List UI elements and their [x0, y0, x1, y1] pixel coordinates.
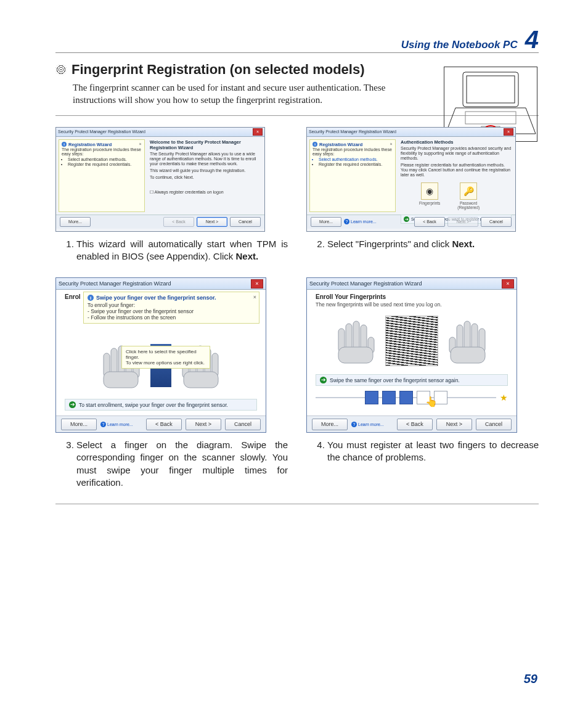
svg-rect-0	[463, 72, 518, 107]
svg-rect-23	[338, 347, 373, 363]
swipe-tooltip: × iSwipe your finger over the fingerprin…	[83, 292, 259, 324]
wizard-step2-screenshot: Security Protect Manager Registration Wi…	[306, 127, 516, 232]
tooltip-close-icon[interactable]: ×	[253, 294, 256, 300]
method-password[interactable]: 🔑 Password(Registered)	[457, 182, 480, 210]
close-icon[interactable]: ×	[253, 128, 263, 136]
help-icon: ?	[344, 219, 349, 224]
more-button[interactable]: More...	[61, 419, 97, 430]
close-icon[interactable]: ×	[502, 279, 514, 288]
tooltip-close-icon[interactable]: ×	[389, 142, 393, 146]
window-title: Security Protect Manager Registration Wi…	[59, 280, 171, 287]
method-fingerprints[interactable]: ◉ Fingerprints	[419, 182, 440, 210]
separator	[55, 504, 539, 504]
enroll-prompt: ➔ Swipe the same finger over the fingerp…	[316, 374, 508, 386]
window-title: Security Protect Manager Registration Wi…	[309, 280, 422, 287]
info-icon: i	[62, 142, 67, 147]
tooltip-panel: × iRegistration Wizard The registration …	[309, 139, 396, 212]
svg-rect-1	[467, 76, 515, 103]
arrow-icon: ➔	[320, 377, 327, 383]
header-section: Using the Notebook PC	[401, 39, 518, 51]
cancel-button[interactable]: Cancel	[476, 419, 512, 430]
right-hand-diagram[interactable]	[447, 316, 490, 366]
back-button[interactable]: < Back	[163, 217, 194, 227]
learn-more-link[interactable]: ?Learn more...	[344, 219, 377, 224]
next-button[interactable]: Next >	[436, 419, 472, 430]
info-icon: i	[88, 295, 94, 301]
more-button[interactable]: More...	[311, 217, 341, 227]
cancel-button[interactable]: Cancel	[230, 217, 261, 227]
learn-more-link[interactable]: ?Learn more...	[351, 422, 384, 427]
auth-methods-title: Authentication Methods	[401, 139, 512, 145]
close-icon[interactable]: ×	[251, 279, 263, 288]
back-button[interactable]: < Back	[414, 217, 445, 227]
page-number: 59	[524, 672, 537, 686]
key-icon: 🔑	[460, 182, 477, 200]
wizard-step1-screenshot: Security Protect Manager Registration Wi…	[55, 127, 265, 232]
arrow-icon: ➔	[69, 401, 76, 408]
step-1: Security Protect Manager Registration Wi…	[55, 127, 288, 264]
intro-text: The fingerprint scanner can be used for …	[73, 81, 393, 107]
back-button[interactable]: < Back	[146, 419, 182, 430]
back-button[interactable]: < Back	[397, 419, 433, 430]
enroll-title: Enroll Your Fingerprints	[316, 293, 508, 300]
next-button[interactable]: Next >	[186, 419, 221, 430]
pointer-icon: 👆	[425, 396, 438, 407]
welcome-title: Welcome to the Security Protect Manager …	[150, 139, 261, 150]
star-icon: ★	[500, 393, 508, 403]
fingerprint-preview	[385, 316, 438, 366]
tooltip-close-icon[interactable]: ×	[138, 142, 142, 146]
more-button[interactable]: More...	[312, 419, 348, 430]
finger-hint: Click here to select the specified finge…	[121, 346, 210, 369]
help-icon: ?	[100, 422, 106, 427]
fingerprint-icon: ◉	[421, 182, 438, 200]
svg-rect-29	[451, 347, 485, 363]
step-2: Security Protect Manager Registration Wi…	[306, 127, 539, 252]
header-chapter: 4	[525, 30, 539, 49]
left-hand-diagram[interactable]	[333, 316, 377, 366]
window-title: Security Protect Manager Registration Wi…	[58, 129, 145, 134]
page-header: Using the Notebook PC 4	[55, 30, 539, 53]
more-button[interactable]: More...	[60, 217, 91, 227]
next-button[interactable]: Next >	[197, 217, 227, 227]
enroll-progress: ★ 👆	[316, 390, 508, 406]
help-icon: ?	[351, 422, 357, 427]
page-title: Fingerprint Registration (on selected mo…	[71, 62, 365, 78]
cancel-button[interactable]: Cancel	[481, 217, 512, 227]
fingerprint-icon	[55, 64, 67, 75]
svg-rect-11	[104, 372, 138, 388]
arrow-icon: ➔	[404, 216, 409, 222]
svg-rect-2	[465, 112, 516, 124]
wizard-step3-screenshot: Security Protect Manager Registration Wi…	[55, 277, 266, 433]
svg-rect-17	[184, 372, 218, 388]
window-title: Security Protect Manager Registration Wi…	[309, 129, 396, 134]
close-icon[interactable]: ×	[504, 128, 513, 136]
step1-caption: This wizard will automatically start whe…	[76, 238, 288, 263]
wizard-step4-screenshot: Security Protect Manager Registration Wi…	[306, 277, 517, 433]
always-register-checkbox[interactable]: Always register credentials on logon	[155, 190, 224, 194]
step4-caption: You must register at least two fingers t…	[327, 439, 539, 464]
step3-caption: Select a finger on the diagram. Swipe th…	[76, 439, 288, 489]
enroll-prompt: ➔ To start enrollment, swipe your finger…	[65, 399, 257, 411]
enroll-heading: Enrol	[65, 293, 81, 300]
step-4: Security Protect Manager Registration Wi…	[306, 277, 539, 465]
next-button[interactable]: Next >	[447, 217, 478, 227]
step2-caption: Select "Fingerprints" and click Next.	[327, 238, 539, 250]
info-icon: i	[312, 142, 317, 147]
step-3: Security Protect Manager Registration Wi…	[55, 277, 288, 490]
learn-more-link[interactable]: ?Learn more...	[100, 422, 133, 427]
tooltip-panel: × iRegistration Wizard The registration …	[59, 139, 145, 212]
cancel-button[interactable]: Cancel	[225, 419, 261, 430]
